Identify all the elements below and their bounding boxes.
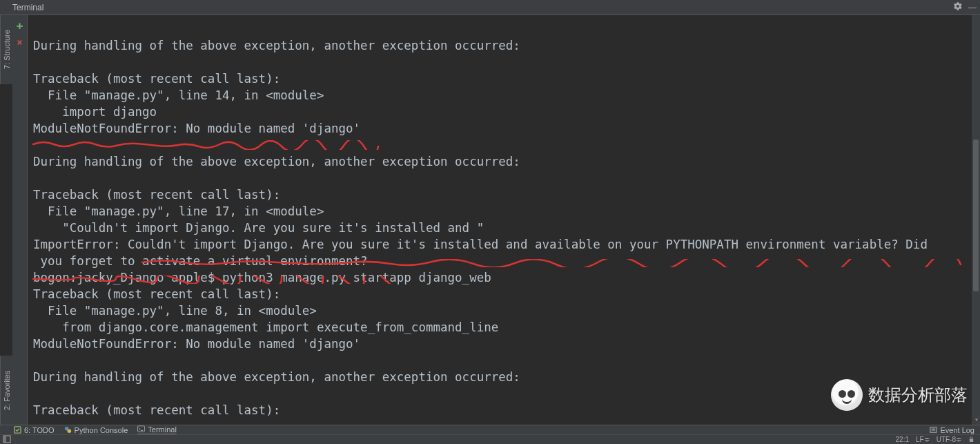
bottom-tab-todo[interactable]: 6: TODO (14, 426, 55, 434)
svg-rect-8 (970, 439, 973, 443)
terminal-body[interactable]: During handling of the above exception, … (28, 15, 980, 425)
bottom-tab-python-console[interactable]: Python Console (64, 426, 128, 434)
bottom-tab-terminal-label: Terminal (148, 425, 177, 434)
terminal-session-gutter: + × (12, 15, 28, 425)
scroll-down-indicator: ▾ (974, 416, 979, 423)
status-caret-position[interactable]: 22:1 (896, 436, 909, 443)
svg-point-2 (67, 429, 71, 434)
svg-rect-3 (138, 426, 145, 432)
python-icon (64, 426, 72, 434)
terminal-icon (137, 425, 145, 433)
vertical-scrollbar[interactable] (972, 15, 980, 425)
event-log-button[interactable]: Event Log (930, 426, 974, 434)
ide-menu-icon[interactable] (3, 435, 11, 443)
sidebar-tab-structure[interactable]: 7: Structure (0, 15, 12, 84)
hide-icon[interactable]: — (968, 3, 976, 12)
terminal-tab-label[interactable]: Terminal (12, 3, 43, 12)
todo-icon (14, 426, 21, 434)
gear-icon[interactable] (953, 1, 963, 13)
new-session-button[interactable]: + (17, 19, 23, 32)
tool-window-header: Terminal — (0, 0, 980, 15)
status-encoding[interactable]: UTF-8≑ (937, 436, 961, 443)
status-bar: 22:1 LF≑ UTF-8≑ (0, 434, 980, 444)
svg-rect-10 (3, 436, 6, 443)
lock-icon[interactable] (968, 436, 974, 443)
bottom-tab-python-console-label: Python Console (75, 426, 128, 434)
tool-window-actions: — (953, 1, 976, 13)
close-session-button[interactable]: × (17, 37, 22, 48)
bottom-tab-terminal[interactable]: Terminal (137, 425, 177, 435)
sidebar-tab-favorites[interactable]: 2: Favorites (0, 356, 12, 425)
event-log-icon (930, 426, 937, 434)
status-line-separator[interactable]: LF≑ (916, 436, 930, 443)
terminal-output[interactable]: During handling of the above exception, … (28, 15, 980, 424)
event-log-label: Event Log (940, 426, 974, 434)
scrollbar-thumb[interactable] (973, 139, 979, 291)
bottom-tab-todo-label: 6: TODO (24, 426, 55, 434)
terminal-panel: + × During handling of the above excepti… (12, 15, 980, 425)
bottom-toolwindow-bar: 6: TODO Python Console Terminal Event Lo… (0, 425, 980, 434)
